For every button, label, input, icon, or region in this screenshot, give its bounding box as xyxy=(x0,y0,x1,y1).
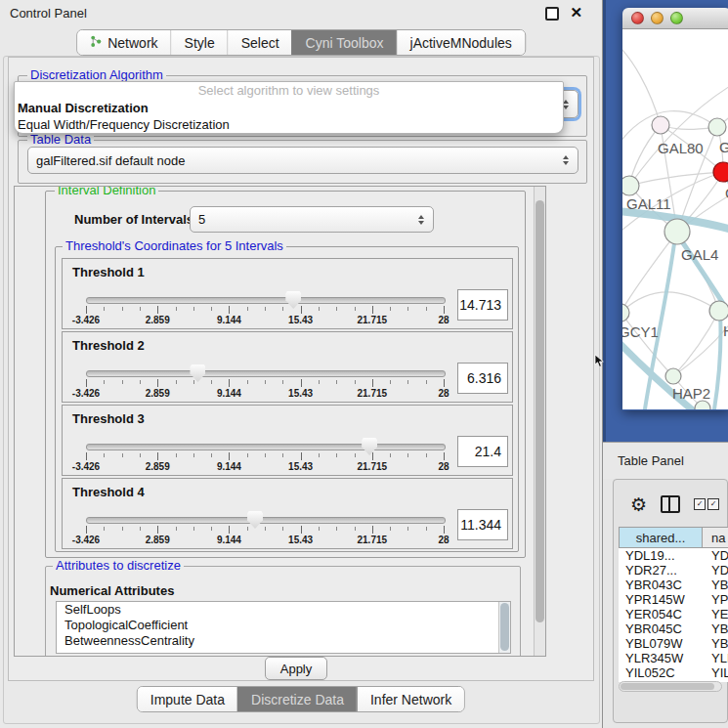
network-view-window: GAL80G.CGAL11GAL4GCY1HHAP2 xyxy=(622,8,728,410)
table-row[interactable]: YER054CYER0 xyxy=(619,607,728,621)
table-cell: YBR045C xyxy=(619,621,703,636)
table-row[interactable]: YDL19...YDL1 xyxy=(619,548,728,563)
tick-label: 2.859 xyxy=(146,315,170,325)
minimize-traffic-light-icon[interactable] xyxy=(651,12,664,24)
table-row[interactable]: YBR045CYBR0 xyxy=(619,621,728,636)
list-scrollbar[interactable] xyxy=(498,602,510,653)
table-cell: YBL0 xyxy=(703,636,728,651)
tab-impute-data[interactable]: Impute Data xyxy=(138,687,237,711)
checkbox-pair-icon[interactable]: ✓✓ xyxy=(694,498,719,510)
mouse-cursor xyxy=(594,354,605,368)
network-node-gal4[interactable] xyxy=(664,219,690,244)
gear-icon[interactable]: ⚙ xyxy=(630,495,647,514)
tab-network[interactable]: Network xyxy=(77,30,170,55)
tab-label: Network xyxy=(107,35,157,51)
network-node-gal80[interactable] xyxy=(652,116,669,134)
threshold-value-field[interactable]: 6.316 xyxy=(457,363,508,394)
threshold-slider[interactable] xyxy=(86,517,446,524)
table-cell: YBL079W xyxy=(619,636,703,651)
node-label: GAL80 xyxy=(658,140,704,156)
network-node-g[interactable] xyxy=(708,118,726,136)
tab-label: Select xyxy=(241,35,279,51)
float-window-icon[interactable] xyxy=(545,7,559,21)
threshold-slider[interactable] xyxy=(86,297,446,304)
network-node-c[interactable] xyxy=(713,162,728,182)
table-column-header[interactable]: na xyxy=(703,527,728,548)
table-hscrollbar-thumb[interactable] xyxy=(621,683,714,690)
tick-label: 21.715 xyxy=(358,461,388,472)
tab-jactivemnodules[interactable]: jActiveMNodules xyxy=(397,30,525,55)
numerical-attributes-label: Numerical Attributes xyxy=(50,583,174,598)
network-node-hap2[interactable] xyxy=(665,368,681,384)
threshold-value-field[interactable]: 14.713 xyxy=(457,289,508,321)
table-body: YDL19...YDL1YDR27...YDR2YBR043CYBR0YPR14… xyxy=(619,548,728,682)
threshold-slider[interactable] xyxy=(86,370,446,377)
desktop-background: GAL80G.CGAL11GAL4GCY1HHAP2 xyxy=(603,0,728,442)
table-cell: YIL052C xyxy=(619,665,703,680)
table-panel-titlebar: Table Panel xyxy=(603,442,728,479)
tab-label: Impute Data xyxy=(150,692,225,707)
numerical-attributes-list[interactable]: SelfLoopsTopologicalCoefficientBetweenne… xyxy=(56,601,511,654)
network-node-h[interactable] xyxy=(709,301,728,321)
split-columns-icon[interactable] xyxy=(661,495,680,513)
tick-label: -3.426 xyxy=(72,315,100,325)
table-row[interactable]: YLR345WYLR3 xyxy=(619,651,728,665)
tick-label: 28 xyxy=(438,535,449,545)
node-label: GAL4 xyxy=(681,246,718,263)
threshold-value-field[interactable]: 11.344 xyxy=(457,509,508,540)
thresholds-group-label: Threshold's Coordinates for 5 Intervals xyxy=(63,239,286,253)
node-label: G. xyxy=(719,139,728,155)
table-cell: YDR27... xyxy=(619,563,703,578)
attribute-list-item[interactable]: BetweennessCentrality xyxy=(57,633,510,649)
attribute-list-item[interactable]: SelfLoops xyxy=(57,602,510,618)
table-data-combo-value: galFiltered.sif default node xyxy=(36,153,185,168)
combo-arrows-icon xyxy=(563,100,570,109)
table-row[interactable]: YIL052CYIL0 xyxy=(619,665,728,680)
algorithm-option[interactable]: Manual Discretization xyxy=(15,100,563,116)
table-cell: YDL1 xyxy=(703,548,728,563)
algorithm-options: Manual DiscretizationEqual Width/Frequen… xyxy=(15,100,563,133)
table-row[interactable]: YPR145WYPR1 xyxy=(619,592,728,607)
tick-label: 28 xyxy=(438,388,449,399)
table-cell: YBR043C xyxy=(619,578,703,592)
tab-cyni-toolbox[interactable]: Cyni Toolbox xyxy=(292,30,397,55)
tab-infer-network[interactable]: Infer Network xyxy=(357,687,464,711)
table-cell: YPR145W xyxy=(619,592,703,607)
table-cell: YIL0 xyxy=(703,665,728,680)
tick-label: 21.715 xyxy=(358,388,388,399)
table-column-header[interactable]: shared... xyxy=(619,527,703,548)
threshold-label: Threshold 1 xyxy=(72,265,145,279)
table-row[interactable]: YBR043CYBR0 xyxy=(619,578,728,592)
threshold-panel-2: Threshold 2-3.4262.8599.14415.4321.71528… xyxy=(62,331,513,403)
node-label: GAL11 xyxy=(626,195,671,212)
table-cell: YER0 xyxy=(703,607,728,621)
network-node[interactable] xyxy=(695,401,710,409)
outer-scrollbar-thumb[interactable] xyxy=(535,200,544,622)
tab-style[interactable]: Style xyxy=(171,30,228,55)
outer-scrollbar[interactable] xyxy=(534,187,545,656)
table-cell: YBR0 xyxy=(703,578,728,592)
tab-discretize-data[interactable]: Discretize Data xyxy=(237,687,357,711)
num-intervals-spinner[interactable]: 5 xyxy=(190,206,434,233)
table-data-combobox[interactable]: galFiltered.sif default node xyxy=(27,147,578,174)
threshold-slider[interactable] xyxy=(86,444,446,450)
tab-select[interactable]: Select xyxy=(228,30,292,55)
threshold-value-field[interactable]: 21.4 xyxy=(457,436,508,467)
control-panel-tabstrip: NetworkStyleSelectCyni ToolboxjActiveMNo… xyxy=(76,29,526,56)
tab-label: jActiveMNodules xyxy=(410,35,512,51)
table-row[interactable]: YBL079WYBL0 xyxy=(619,636,728,651)
algorithm-option[interactable]: Equal Width/Frequency Discretization xyxy=(15,116,563,133)
close-traffic-light-icon[interactable] xyxy=(631,12,644,24)
tick-label: 15.43 xyxy=(288,388,313,399)
apply-button[interactable]: Apply xyxy=(265,657,327,680)
network-canvas[interactable]: GAL80G.CGAL11GAL4GCY1HHAP2 xyxy=(622,29,728,409)
list-scrollbar-thumb[interactable] xyxy=(500,603,509,651)
tab-label: Infer Network xyxy=(370,692,451,707)
table-row[interactable]: YDR27...YDR2 xyxy=(619,563,728,578)
zoom-traffic-light-icon[interactable] xyxy=(670,12,683,24)
table-hscrollbar[interactable] xyxy=(619,681,722,692)
attribute-list-item[interactable]: TopologicalCoefficient xyxy=(57,618,510,633)
cyni-mode-tabstrip: Impute DataDiscretize DataInfer Network xyxy=(137,686,465,712)
network-node-gal11[interactable] xyxy=(622,176,639,195)
close-icon[interactable]: ✕ xyxy=(570,4,582,21)
